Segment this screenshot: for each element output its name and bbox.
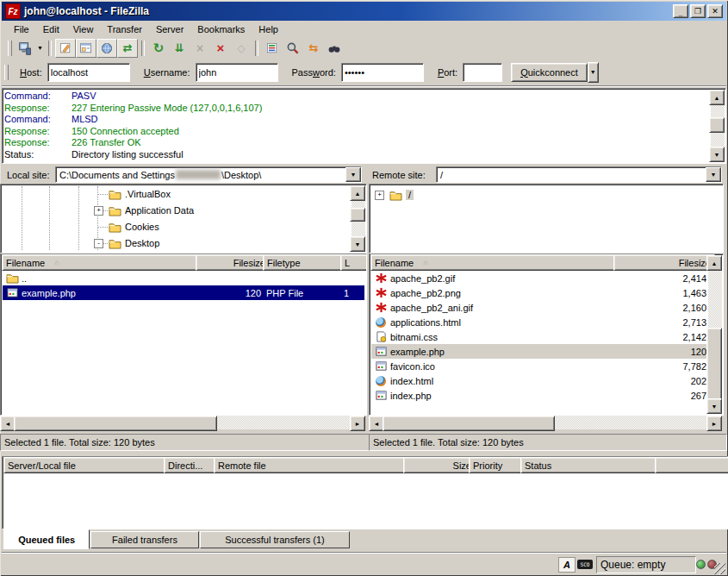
disconnect-button[interactable]: ×: [210, 39, 231, 58]
column-label: Filesize: [233, 258, 265, 268]
queue-status: Queue: empty: [596, 556, 696, 573]
resize-grip[interactable]: [714, 563, 725, 574]
refresh-button[interactable]: ↻: [148, 39, 169, 58]
queue-column-status[interactable]: Status: [520, 457, 662, 473]
queue-column-remotefile[interactable]: Remote file: [214, 457, 410, 473]
local-site-combo[interactable]: C:\Documents and Settings\Desktop\ ▼: [55, 166, 362, 183]
file-row[interactable]: apache_pb2.gif2,414: [371, 271, 707, 285]
chevron-down-icon[interactable]: ▼: [345, 167, 361, 182]
scroll-down-button[interactable]: ▼: [350, 236, 365, 252]
tree-item[interactable]: /: [389, 188, 414, 202]
scroll-down-button[interactable]: ▼: [709, 147, 725, 162]
file-row[interactable]: example.php120PHP File1: [3, 285, 364, 300]
tab-successful-transfers-[interactable]: Successful transfers (1): [200, 531, 351, 548]
queue-column-size[interactable]: Size: [403, 457, 476, 473]
chevron-down-icon[interactable]: ▼: [706, 167, 721, 182]
abort-button[interactable]: ◇: [231, 39, 252, 58]
tree-expander[interactable]: +: [94, 206, 103, 216]
tree-item[interactable]: Cookies: [108, 220, 159, 234]
queue-column-priority[interactable]: Priority: [469, 457, 527, 473]
column-header-filetype[interactable]: Filetype: [263, 254, 347, 271]
host-input[interactable]: [47, 63, 130, 82]
cancel-operation-button[interactable]: ×: [190, 39, 210, 58]
file-row[interactable]: index.html202: [371, 373, 707, 388]
remote-list-scrollbar[interactable]: ▲ ▼: [708, 255, 722, 414]
scroll-up-button[interactable]: ▲: [706, 255, 722, 271]
toggle-message-log-button[interactable]: [55, 39, 76, 58]
tab-failed-transfers[interactable]: Failed transfers: [90, 531, 198, 548]
scroll-down-button[interactable]: ▼: [706, 398, 722, 414]
synchronized-browsing-button[interactable]: ⇆: [303, 39, 324, 58]
scroll-thumb[interactable]: [350, 208, 365, 222]
file-row[interactable]: apache_pb2.png1,463: [371, 285, 707, 300]
tree-item[interactable]: Desktop: [108, 236, 159, 250]
password-input[interactable]: [341, 63, 424, 82]
cell-filename: example.php: [371, 346, 614, 358]
column-header-filesize[interactable]: Filesize: [196, 254, 270, 271]
username-input[interactable]: [196, 63, 278, 82]
remote-site-combo[interactable]: / ▼: [436, 166, 722, 183]
tab-queued-files[interactable]: Queued files: [3, 529, 90, 549]
tree-expander[interactable]: +: [375, 191, 384, 200]
file-row[interactable]: apache_pb2_ani.gif2,160: [371, 300, 707, 315]
scroll-right-button[interactable]: ►: [350, 416, 365, 431]
column-header-filename[interactable]: Filename▲: [2, 254, 202, 271]
scroll-right-button[interactable]: ►: [706, 416, 722, 431]
close-button[interactable]: ✕: [707, 4, 723, 18]
filter-button[interactable]: [262, 39, 283, 58]
menu-bookmarks[interactable]: Bookmarks: [190, 22, 252, 36]
process-queue-button[interactable]: ⇊: [169, 39, 190, 58]
scroll-thumb[interactable]: [14, 416, 217, 431]
tree-item[interactable]: Application Data: [108, 203, 194, 217]
file-row[interactable]: bitnami.css2,142: [371, 329, 707, 344]
scroll-thumb[interactable]: [706, 328, 722, 400]
queue-column-blank[interactable]: [655, 457, 728, 473]
site-manager-button[interactable]: [15, 39, 35, 58]
menu-view[interactable]: View: [66, 22, 101, 36]
scroll-thumb[interactable]: [709, 117, 725, 133]
disconnect-icon: ×: [217, 41, 225, 55]
file-row[interactable]: index.php267: [371, 388, 707, 403]
pane-splitter[interactable]: [365, 166, 369, 449]
directory-comparison-button[interactable]: [283, 39, 303, 58]
window-title: john@localhost - FileZilla: [24, 5, 149, 17]
cell-filesize: 1,463: [614, 288, 709, 298]
site-manager-dropdown[interactable]: ▼: [35, 39, 45, 58]
file-row[interactable]: example.php120: [371, 344, 707, 359]
remote-hscrollbar[interactable]: ◄ ►: [369, 416, 722, 429]
toggle-remote-tree-button[interactable]: [96, 39, 117, 58]
local-tree-scrollbar[interactable]: ▲ ▼: [352, 185, 365, 252]
menu-transfer[interactable]: Transfer: [100, 22, 149, 36]
log-scrollbar[interactable]: ▲ ▼: [711, 90, 725, 162]
filename-text: index.php: [390, 391, 432, 401]
menu-help[interactable]: Help: [252, 22, 285, 36]
port-input[interactable]: [463, 63, 502, 82]
local-hscrollbar[interactable]: ◄ ►: [0, 416, 365, 429]
tree-expander[interactable]: -: [94, 239, 103, 248]
scroll-up-button[interactable]: ▲: [350, 185, 365, 201]
toggle-local-tree-button[interactable]: [76, 39, 96, 58]
find-files-button[interactable]: [324, 39, 345, 58]
quickconnect-button[interactable]: Quickconnect: [511, 63, 588, 82]
menu-file[interactable]: File: [7, 22, 36, 36]
toggle-transfer-queue-button[interactable]: ⇄: [117, 39, 138, 58]
column-header-filename[interactable]: Filename▲: [370, 254, 620, 271]
file-row[interactable]: applications.html2,713: [371, 315, 707, 329]
column-header-filesize[interactable]: Filesize: [613, 254, 715, 271]
maximize-button[interactable]: ❐: [690, 4, 706, 18]
column-header-l[interactable]: L: [340, 254, 367, 271]
file-row[interactable]: ..: [3, 271, 364, 285]
process-queue-icon: ⇊: [175, 41, 184, 54]
queue-column-directi[interactable]: Directi...: [164, 457, 221, 473]
quickconnect-dropdown[interactable]: ▼: [588, 62, 599, 83]
queue-column-serverlocalfile[interactable]: Server/Local file: [3, 457, 171, 473]
scroll-thumb[interactable]: [383, 416, 555, 431]
minimize-button[interactable]: _: [673, 4, 688, 18]
menu-edit[interactable]: Edit: [36, 22, 66, 36]
scroll-up-button[interactable]: ▲: [709, 90, 725, 105]
file-row[interactable]: favicon.ico7,782: [371, 359, 707, 373]
apache-file-icon: [374, 302, 388, 314]
cell-filename: index.php: [371, 390, 614, 402]
menu-server[interactable]: Server: [149, 22, 190, 36]
tree-item[interactable]: .VirtualBox: [108, 187, 171, 201]
